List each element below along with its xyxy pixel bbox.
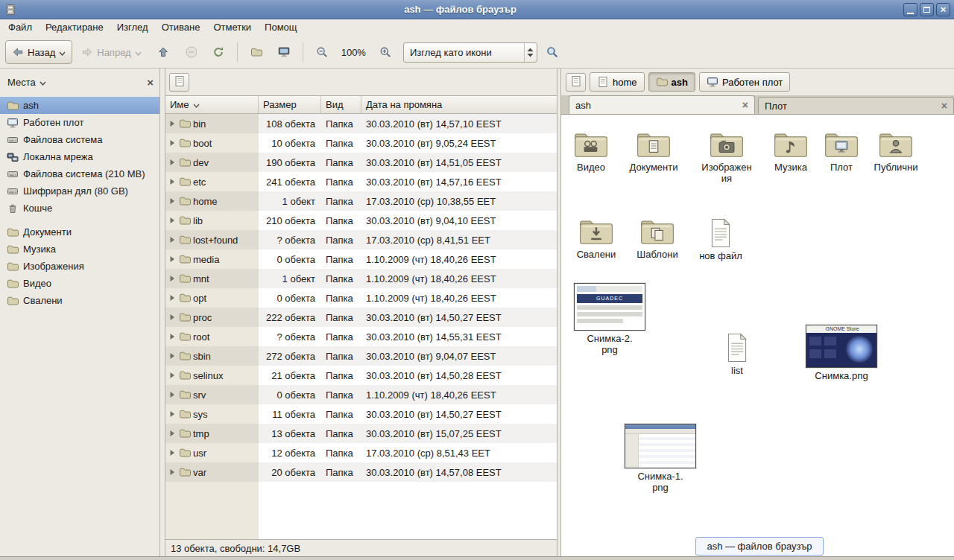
zoom-out-button[interactable] (309, 40, 335, 64)
sidebar-title[interactable]: Места (7, 77, 36, 88)
file-icon-item[interactable]: Изображения (691, 130, 762, 185)
expander-icon[interactable] (168, 139, 177, 147)
table-row[interactable]: selinux 21 обекта Папка 30.03.2010 (вт) … (165, 366, 557, 385)
forward-button[interactable]: Напред (75, 40, 148, 64)
minimize-button[interactable] (903, 3, 917, 16)
expander-icon[interactable] (168, 293, 177, 302)
view-mode-select[interactable]: Изглед като икони (403, 42, 537, 63)
expander-icon[interactable] (168, 390, 177, 399)
table-row[interactable]: bin 108 обекта Папка 30.03.2010 (вт) 14,… (165, 114, 557, 133)
expander-icon[interactable] (168, 274, 177, 283)
menu-item[interactable]: Помощ (258, 19, 303, 36)
zoom-level[interactable]: 100% (337, 47, 370, 58)
search-button[interactable] (540, 40, 565, 64)
file-icon-item[interactable]: Снимка-1.png (617, 424, 704, 494)
tab-close-icon[interactable]: × (941, 101, 947, 111)
maximize-button[interactable] (920, 3, 934, 16)
home-button[interactable] (244, 40, 269, 64)
sidebar-item[interactable]: Шифриран дял (80 GB) (0, 182, 159, 200)
expander-icon[interactable] (168, 177, 177, 186)
expander-icon[interactable] (168, 351, 177, 360)
table-row[interactable]: lost+found ? обекта Папка 17.03.2010 (ср… (165, 230, 557, 249)
table-row[interactable]: lib 210 обекта Папка 30.03.2010 (вт) 9,0… (165, 211, 557, 230)
table-row[interactable]: etc 241 обекта Папка 30.03.2010 (вт) 14,… (165, 172, 557, 191)
menu-item[interactable]: Редактиране (39, 19, 110, 36)
breadcrumb-button[interactable]: Работен плот (699, 72, 790, 92)
expander-icon[interactable] (168, 313, 177, 322)
table-row[interactable]: tmp 13 обекта Папка 30.03.2010 (вт) 15,0… (165, 424, 557, 443)
reload-button[interactable] (206, 40, 231, 64)
expander-icon[interactable] (168, 235, 177, 244)
menu-item[interactable]: Изглед (110, 19, 155, 36)
location-toggle-button[interactable] (169, 73, 189, 92)
sidebar-item[interactable]: Музика (0, 241, 159, 258)
breadcrumb-button[interactable]: ash (648, 72, 695, 92)
expander-icon[interactable] (168, 448, 177, 457)
sidebar-item[interactable]: Изображения (0, 258, 159, 275)
table-row[interactable]: sys 11 обекта Папка 30.03.2010 (вт) 14,5… (165, 404, 557, 424)
table-row[interactable]: proc 222 обекта Папка 30.03.2010 (вт) 14… (165, 308, 557, 327)
file-icon-item[interactable]: нов файл (685, 218, 756, 261)
sidebar-item[interactable]: Локална мрежа (0, 148, 159, 165)
expander-icon[interactable] (168, 468, 177, 477)
sidebar-item[interactable]: Видео (0, 275, 159, 292)
expander-icon[interactable] (168, 429, 177, 438)
tab[interactable]: ash × (569, 95, 755, 114)
column-header[interactable]: Дата на промяна (361, 96, 557, 114)
expander-icon[interactable] (168, 119, 177, 128)
sidebar-item[interactable]: Файлова система (0, 131, 159, 148)
stop-button[interactable] (178, 40, 203, 64)
tab[interactable]: Плот × (758, 97, 954, 114)
table-row[interactable]: root ? обекта Папка 30.03.2010 (вт) 14,5… (165, 327, 557, 346)
table-row[interactable]: boot 10 обекта Папка 30.03.2010 (вт) 9,0… (165, 133, 557, 153)
file-icon-item[interactable]: GUADEC Снимка-2.png (566, 283, 653, 356)
column-header[interactable]: Размер (259, 96, 321, 114)
table-row[interactable]: mnt 1 обект Папка 1.10.2009 (чт) 18,40,2… (165, 269, 557, 288)
sidebar-item[interactable]: Файлова система (210 MB) (0, 165, 159, 182)
location-toggle-button[interactable] (566, 73, 586, 92)
titlebar[interactable]: ash — файлов браузър × (0, 0, 954, 19)
expander-icon[interactable] (168, 332, 177, 341)
computer-button[interactable] (271, 40, 297, 64)
table-row[interactable]: sbin 272 обекта Папка 30.03.2010 (вт) 9,… (165, 346, 557, 366)
sidebar-item[interactable]: ash (0, 97, 159, 114)
back-button[interactable]: Назад (5, 40, 72, 64)
expander-icon[interactable] (168, 158, 177, 167)
close-button[interactable]: × (936, 3, 950, 16)
file-icon-item[interactable]: GNOME Store Снимка.png (798, 325, 885, 381)
table-row[interactable]: media 0 обекта Папка 1.10.2009 (чт) 18,4… (165, 249, 557, 269)
zoom-in-button[interactable] (373, 40, 398, 64)
expander-icon[interactable] (168, 197, 177, 206)
menu-item[interactable]: Отиване (155, 19, 207, 36)
sidebar-close-button[interactable]: × (147, 77, 154, 88)
sidebar-item[interactable]: Документи (0, 223, 159, 241)
sidebar-item[interactable]: Работен плот (0, 114, 159, 131)
table-row[interactable]: opt 0 обекта Папка 1.10.2009 (чт) 18,40,… (165, 288, 557, 308)
file-icon-item[interactable]: Видео (561, 130, 627, 173)
up-button[interactable] (151, 40, 176, 64)
chevron-down-icon[interactable] (40, 77, 46, 88)
column-header[interactable]: Вид (321, 96, 361, 114)
tab-close-icon[interactable]: × (742, 100, 748, 110)
table-row[interactable]: usr 12 обекта Папка 17.03.2010 (ср) 8,51… (165, 443, 557, 462)
menu-item[interactable]: Файл (1, 19, 39, 36)
file-icon-item[interactable]: list (701, 333, 773, 376)
table-row[interactable]: dev 190 обекта Папка 30.03.2010 (вт) 14,… (165, 153, 557, 172)
table-row[interactable]: home 1 обект Папка 17.03.2010 (ср) 10,38… (165, 191, 557, 211)
file-icon-item[interactable]: Документи (618, 130, 689, 173)
spinner-arrows-icon[interactable] (524, 43, 537, 62)
sidebar-item[interactable]: Свалени (0, 292, 159, 309)
file-icon-item[interactable]: Шаблони (622, 217, 693, 260)
expander-icon[interactable] (168, 216, 177, 225)
table-row[interactable]: srv 0 обекта Папка 1.10.2009 (чт) 18,40,… (165, 385, 557, 404)
breadcrumb-button[interactable]: home (590, 72, 645, 92)
expander-icon[interactable] (168, 371, 177, 380)
expander-icon[interactable] (168, 410, 177, 419)
expander-icon[interactable] (168, 255, 177, 264)
menu-item[interactable]: Отметки (206, 19, 258, 36)
table-row[interactable]: var 20 обекта Папка 30.03.2010 (вт) 14,5… (165, 462, 557, 482)
taskbar-window-button[interactable]: ash — файлов браузър (695, 537, 824, 556)
sidebar-item[interactable]: Кошче (0, 200, 159, 217)
column-header[interactable]: Име (165, 96, 259, 114)
file-icon-item[interactable]: Публични (860, 130, 932, 173)
